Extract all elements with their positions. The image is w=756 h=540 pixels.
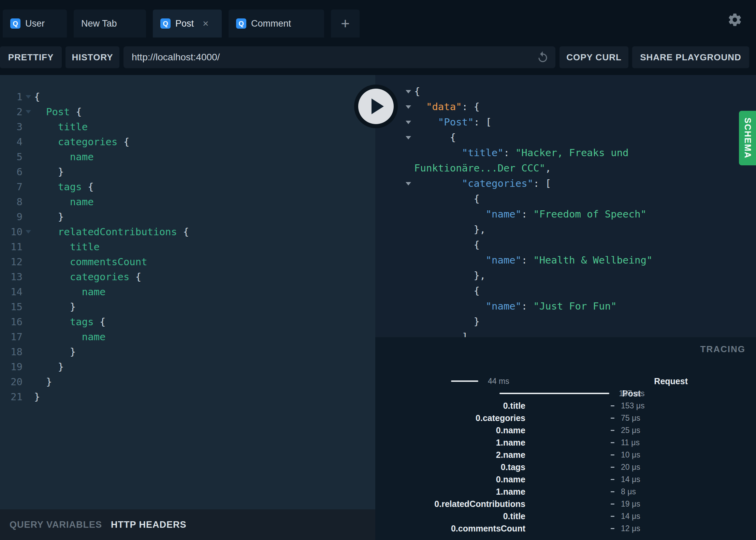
trace-dash-icon: [611, 454, 614, 455]
fold-gutter: [23, 329, 34, 344]
trace-time: 14 μs: [621, 510, 640, 522]
editor-line[interactable]: 16 tags {: [0, 314, 375, 329]
copy-curl-button[interactable]: COPY CURL: [559, 46, 628, 68]
tab-new-tab[interactable]: New Tab: [74, 10, 146, 38]
execute-button[interactable]: [358, 89, 394, 124]
line-number: 2: [0, 104, 23, 119]
trace-row: 0.commentsCount12 μs: [375, 522, 756, 535]
code-text: Funktionäre...Der CCC",: [414, 161, 551, 176]
fold-gutter: [403, 115, 414, 130]
line-number: 1: [0, 89, 23, 104]
editor-line[interactable]: 20 }: [0, 374, 375, 389]
response-line: "data": {: [403, 99, 756, 115]
line-number: 13: [0, 269, 23, 284]
editor-line[interactable]: 8 name: [0, 194, 375, 209]
tab-label: Comment: [251, 18, 291, 29]
fold-gutter: [23, 254, 34, 269]
fold-arrow-icon[interactable]: [26, 110, 31, 114]
trace-label: 0.name: [496, 424, 525, 436]
trace-row: 2.name10 μs: [375, 449, 756, 461]
tab-bar: Q User New Tab Q Post × Q Comment +: [0, 0, 756, 41]
code-text: commentsCount: [34, 254, 147, 269]
editor-line[interactable]: 17 name: [0, 329, 375, 344]
fold-gutter: [23, 359, 34, 374]
code-text: {: [414, 283, 480, 299]
trace-row: 0.relatedContributions19 μs: [375, 498, 756, 510]
fold-arrow-icon[interactable]: [406, 90, 411, 93]
editor-line[interactable]: 3 title: [0, 119, 375, 134]
tab-label: New Tab: [81, 18, 117, 29]
line-number: 18: [0, 344, 23, 359]
fold-gutter: [403, 99, 414, 115]
plus-icon: +: [341, 16, 350, 31]
line-number: 11: [0, 239, 23, 254]
reload-icon[interactable]: [536, 51, 549, 64]
code-text: name: [34, 194, 94, 209]
fold-arrow-icon[interactable]: [406, 136, 411, 139]
history-button[interactable]: HISTORY: [66, 46, 119, 68]
editor-line[interactable]: 15 }: [0, 299, 375, 314]
editor-line[interactable]: 2 Post {: [0, 104, 375, 119]
editor-line[interactable]: 12 commentsCount: [0, 254, 375, 269]
code-text: },: [414, 268, 486, 283]
editor-line[interactable]: 9 }: [0, 209, 375, 224]
response-viewer: { "data": { "Post": [ { "title": "Hacker…: [375, 75, 756, 337]
trace-label: 2.name: [496, 449, 525, 461]
endpoint-url-input[interactable]: [123, 46, 555, 68]
close-icon[interactable]: ×: [203, 18, 209, 29]
tab-user[interactable]: Q User: [3, 10, 67, 38]
editor-line[interactable]: 7 tags {: [0, 179, 375, 194]
fold-gutter: [23, 104, 34, 119]
tab-post[interactable]: Q Post ×: [153, 10, 222, 38]
fold-arrow-icon[interactable]: [406, 105, 411, 109]
line-number: 17: [0, 329, 23, 344]
editor-line[interactable]: 1{: [0, 89, 375, 104]
editor-line[interactable]: 21}: [0, 389, 375, 404]
fold-arrow-icon[interactable]: [406, 182, 411, 185]
tab-comment[interactable]: Q Comment: [229, 10, 324, 38]
trace-dash-icon: [611, 528, 614, 529]
prettify-button[interactable]: PRETTIFY: [0, 46, 62, 68]
code-text: categories {: [34, 134, 129, 149]
fold-gutter: [23, 179, 34, 194]
query-badge-icon: Q: [236, 18, 246, 29]
query-variables-tab[interactable]: QUERY VARIABLES: [10, 520, 102, 530]
editor-line[interactable]: 10 relatedContributions {: [0, 224, 375, 239]
editor-line[interactable]: 13 categories {: [0, 269, 375, 284]
editor-line[interactable]: 11 title: [0, 239, 375, 254]
play-icon: [372, 99, 384, 114]
new-tab-button[interactable]: +: [331, 10, 360, 38]
fold-gutter: [23, 299, 34, 314]
query-editor[interactable]: 1{2 Post {3 title4 categories {5 name6 }…: [0, 75, 375, 509]
http-headers-tab[interactable]: HTTP HEADERS: [111, 520, 187, 530]
trace-dash-icon: [611, 442, 614, 443]
editor-line[interactable]: 6 }: [0, 164, 375, 179]
code-text: Post {: [34, 104, 82, 119]
fold-arrow-icon[interactable]: [26, 230, 31, 234]
editor-line[interactable]: 4 categories {: [0, 134, 375, 149]
code-text: "Post": [: [414, 115, 492, 130]
trace-row: 1.name11 μs: [375, 436, 756, 449]
share-playground-button[interactable]: SHARE PLAYGROUND: [632, 46, 749, 68]
code-text: ]: [414, 329, 468, 337]
settings-gear-icon[interactable]: [727, 12, 742, 27]
query-badge-icon: Q: [10, 18, 20, 29]
trace-duration-bar: [451, 380, 478, 382]
editor-line[interactable]: 18 }: [0, 344, 375, 359]
schema-tab[interactable]: SCHEMA: [739, 111, 756, 165]
editor-line[interactable]: 5 name: [0, 149, 375, 164]
fold-arrow-icon[interactable]: [406, 121, 411, 124]
code-text: title: [34, 119, 88, 134]
editor-line[interactable]: 14 name: [0, 284, 375, 299]
fold-arrow-icon[interactable]: [26, 95, 31, 99]
code-text: name: [34, 329, 106, 344]
editor-line[interactable]: 19 }: [0, 359, 375, 374]
fold-gutter: [23, 119, 34, 134]
code-text: relatedContributions {: [34, 224, 189, 239]
trace-label: 0.name: [496, 473, 525, 485]
trace-label: 0.tags: [501, 461, 525, 473]
fold-gutter: [23, 149, 34, 164]
trace-time: 75 μs: [621, 412, 640, 424]
trace-row: 1.name8 μs: [375, 485, 756, 498]
response-line: "Post": [: [403, 115, 756, 130]
